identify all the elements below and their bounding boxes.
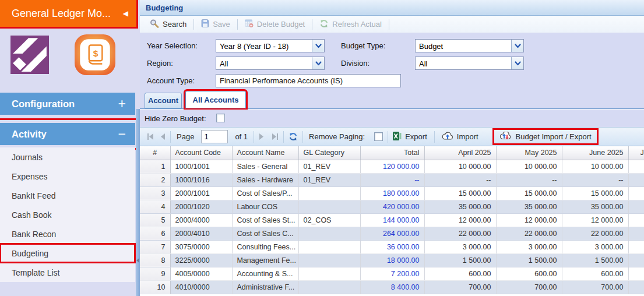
chevron-down-icon[interactable] <box>511 40 523 52</box>
search-button[interactable]: Search <box>145 19 192 30</box>
menu-item-label: Bank Recon <box>12 230 56 239</box>
table-row[interactable]: 4 2000/1020 Labour COS 420 000.00 35 000… <box>140 200 644 213</box>
cell-june-2025[interactable]: 15 000.00 <box>562 186 628 200</box>
column-header-may-2025[interactable]: May 2025 <box>496 146 562 160</box>
sidebar-section-configuration[interactable]: Configuration + <box>0 93 135 115</box>
panel-splitter[interactable] <box>136 109 140 296</box>
cell-may-2025[interactable]: 22 000.00 <box>496 227 562 240</box>
account-type-input[interactable] <box>216 74 401 87</box>
cell-july-2025-cut <box>628 240 644 253</box>
cell-june-2025[interactable]: 12 000.00 <box>562 213 628 227</box>
company-logo-icon[interactable] <box>10 36 49 76</box>
sidebar-menu-item[interactable]: Template List <box>0 263 135 282</box>
column-header-account-name[interactable]: Account Name <box>232 146 298 160</box>
cell-may-2025[interactable]: 12 000.00 <box>496 213 562 227</box>
page-number-input[interactable] <box>201 130 228 143</box>
hide-zero-budget-checkbox[interactable] <box>216 114 225 122</box>
sidebar-menu-item[interactable]: Expenses <box>0 167 135 186</box>
cell-june-2025[interactable]: 22 000.00 <box>562 227 628 240</box>
cell-june-2025[interactable]: 3 000.00 <box>562 240 628 253</box>
paging-toolbar: Page of 1 Remove Paging: <box>140 127 644 146</box>
column-header-number[interactable]: # <box>140 146 170 160</box>
cell-july-2025-cut <box>628 253 644 267</box>
cell-april-2025[interactable]: 22 000.00 <box>424 227 496 240</box>
cell-april-2025[interactable]: 35 000.00 <box>424 200 496 213</box>
region-dropdown[interactable]: All <box>216 57 325 70</box>
chevron-down-icon[interactable] <box>312 57 324 69</box>
cell-june-2025[interactable]: 700.00 <box>562 280 628 294</box>
cell-may-2025[interactable]: 3 000.00 <box>496 240 562 253</box>
region-value: All <box>216 57 312 69</box>
table-row[interactable]: 6 2000/4010 Cost of Sales C... 264 000.0… <box>140 227 644 240</box>
refresh-actual-button[interactable]: Refresh Actual <box>314 19 387 30</box>
tab-all-accounts[interactable]: All Accounts <box>185 91 246 108</box>
delete-budget-button[interactable]: Delete Budget <box>240 19 310 29</box>
budget-type-dropdown[interactable]: Budget <box>415 39 524 52</box>
sidebar-menu-item[interactable]: BankIt Feed <box>0 186 135 205</box>
cell-gl-category <box>298 253 360 267</box>
save-button[interactable]: Save <box>196 19 235 29</box>
export-button[interactable]: Export <box>393 132 427 142</box>
budget-import-export-button[interactable]: Budget Import / Export <box>494 129 597 144</box>
sidebar-menu-item[interactable]: Bank Recon <box>0 224 135 244</box>
sidebar-menu-item[interactable]: Journals <box>0 147 135 167</box>
division-dropdown[interactable]: All <box>415 57 524 70</box>
next-page-icon[interactable] <box>259 133 264 140</box>
remove-paging-checkbox[interactable] <box>374 132 383 141</box>
cell-april-2025[interactable]: 700.00 <box>424 280 496 294</box>
table-row[interactable]: 3 2000/1001 Cost of Sales/P... 180 000.0… <box>140 186 644 200</box>
chevron-down-icon[interactable] <box>511 57 523 69</box>
table-row[interactable]: 9 4005/0000 Accounting & S... 7 200.00 6… <box>140 267 644 280</box>
cell-april-2025[interactable]: 3 000.00 <box>424 240 496 253</box>
cell-june-2025[interactable]: 10 000.00 <box>562 160 628 173</box>
collapse-left-icon[interactable]: ◀ <box>123 10 128 17</box>
column-header-total[interactable]: Total <box>360 146 424 160</box>
column-header-gl-category[interactable]: GL Category <box>298 146 360 160</box>
table-row[interactable]: 2 1000/1016 Sales - Hardware 01_REV -- -… <box>140 173 644 186</box>
sidebar-menu-item[interactable]: Budgeting <box>0 244 135 263</box>
cell-april-2025[interactable]: 1 500.00 <box>424 253 496 267</box>
tab-account[interactable]: Account <box>145 93 182 108</box>
cell-june-2025[interactable]: 1 500.00 <box>562 253 628 267</box>
cell-june-2025[interactable]: -- <box>562 173 628 186</box>
cell-april-2025[interactable]: 10 000.00 <box>424 160 496 173</box>
cell-may-2025[interactable]: 600.00 <box>496 267 562 280</box>
cell-april-2025[interactable]: 600.00 <box>424 267 496 280</box>
refresh-grid-icon[interactable] <box>288 132 298 141</box>
cell-may-2025[interactable]: -- <box>496 173 562 186</box>
column-header-april-2025[interactable]: April 2025 <box>424 146 496 160</box>
collapse-minus-icon[interactable]: − <box>118 128 126 141</box>
cell-april-2025[interactable]: 12 000.00 <box>424 213 496 227</box>
cell-may-2025[interactable]: 35 000.00 <box>496 200 562 213</box>
table-row[interactable]: 7 3075/0000 Consulting Fees... 36 000.00… <box>140 240 644 253</box>
sidebar-menu-item[interactable]: Cash Book <box>0 205 135 224</box>
cell-april-2025[interactable]: 15 000.00 <box>424 186 496 200</box>
cell-may-2025[interactable]: 700.00 <box>496 280 562 294</box>
expand-plus-icon[interactable]: + <box>118 97 126 111</box>
cell-june-2025[interactable]: 35 000.00 <box>562 200 628 213</box>
table-row[interactable]: 1 1000/1001 Sales - General 01_REV 120 0… <box>140 160 644 173</box>
sidebar-section-activity[interactable]: Activity − <box>0 123 135 145</box>
cell-july-2025-cut <box>628 267 644 280</box>
general-ledger-book-icon[interactable]: $ <box>74 34 116 78</box>
table-row[interactable]: 10 4010/0000 Administrative F... 8 400.0… <box>140 280 644 294</box>
cell-april-2025[interactable]: -- <box>424 173 496 186</box>
cell-account-code: 3075/0000 <box>170 240 232 253</box>
splitter-collapse-icon[interactable] <box>136 258 139 263</box>
last-page-icon[interactable] <box>271 133 279 140</box>
cell-may-2025[interactable]: 10 000.00 <box>496 160 562 173</box>
cell-may-2025[interactable]: 1 500.00 <box>496 253 562 267</box>
cell-june-2025[interactable]: 600.00 <box>562 267 628 280</box>
year-selection-dropdown[interactable]: Year 8 (Year ID - 18) <box>216 39 325 52</box>
chevron-down-icon[interactable] <box>312 40 324 52</box>
module-header[interactable]: General Ledger Mo... ◀ <box>0 0 136 27</box>
import-button[interactable]: Import <box>442 132 478 142</box>
table-row[interactable]: 8 3225/0000 Management Fe... 18 000.00 1… <box>140 253 644 267</box>
first-page-icon[interactable] <box>147 133 154 140</box>
column-header-account-code[interactable]: Account Code <box>170 146 232 160</box>
column-header-june-2025[interactable]: June 2025 <box>562 146 628 160</box>
column-header-july-2025-cut[interactable]: J <box>628 146 644 160</box>
table-row[interactable]: 5 2000/4000 Cost of Sales St... 02_COS 1… <box>140 213 644 227</box>
previous-page-icon[interactable] <box>160 133 166 140</box>
cell-may-2025[interactable]: 15 000.00 <box>496 186 562 200</box>
